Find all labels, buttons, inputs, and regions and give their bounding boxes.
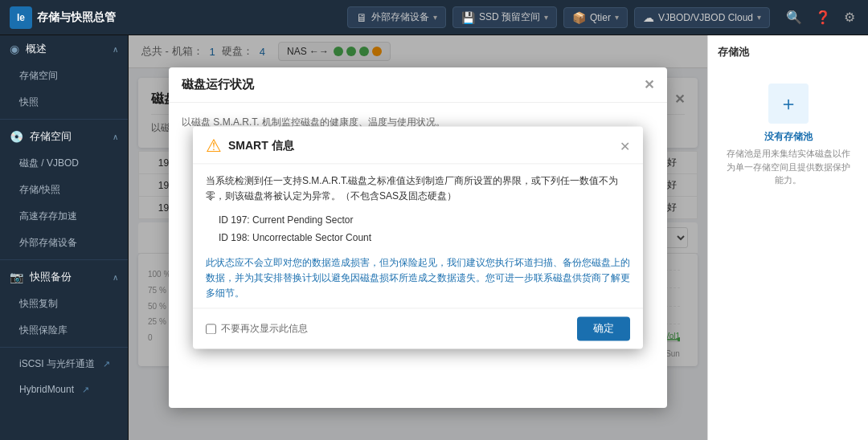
sidebar-item-snapshot[interactable]: 快照 <box>0 89 128 116</box>
chevron-icon-2: ∧ <box>113 132 118 141</box>
right-panel: 存储池 ＋ 没有存储池 存储池是用来集结实体磁盘以作为单一存储空间且提供数据保护… <box>707 35 868 440</box>
sidebar-label-storage-space: 存储空间 <box>19 69 58 83</box>
plus-icon: ＋ <box>779 91 798 116</box>
sidebar-label-high-speed: 高速存存加速 <box>19 210 77 223</box>
sidebar-item-storage-space[interactable]: 存储空间 <box>0 63 128 89</box>
sidebar-label-overview: 概述 <box>26 42 47 56</box>
id-item-198: ID 198: Uncorrectable Sector Count <box>219 230 630 247</box>
cloud-icon: ☁ <box>643 11 654 24</box>
external-link-icon-2: ↗ <box>82 385 89 395</box>
qtier-icon: 📦 <box>572 11 586 24</box>
sidebar-divider-2 <box>0 259 128 260</box>
nav-vjbod-cloud[interactable]: ☁ VJBOD/VJBOD Cloud ▾ <box>634 7 770 28</box>
sidebar-label-iscsi: iSCSI 与光纤通道 <box>19 357 95 371</box>
inner-modal-footer: 不要再次显示此信息 确定 <box>193 308 643 349</box>
chevron-down-icon: ▾ <box>757 13 761 22</box>
app-title: 存储与快照总管 <box>37 10 116 25</box>
chevron-down-icon: ▾ <box>433 13 437 22</box>
nav-ssd-label: SSD 预留空间 <box>479 10 540 24</box>
camera-icon: 📷 <box>10 271 23 283</box>
ssd-icon: 💾 <box>461 11 475 24</box>
smart-outer-title: 磁盘运行状况 <box>182 77 254 92</box>
sidebar-item-storage-snapshot[interactable]: 存储/快照 <box>0 177 128 203</box>
external-storage-icon: 🖥 <box>356 11 367 24</box>
sidebar-item-overview[interactable]: ◉ 概述 ∧ <box>0 35 128 63</box>
smart-outer-header: 磁盘运行状况 ✕ <box>169 67 667 103</box>
inner-modal-header: ⚠ SMART 信息 ✕ <box>193 126 643 164</box>
nav-external-storage-label: 外部存储设备 <box>371 10 429 24</box>
nav-qtier[interactable]: 📦 Qtier ▾ <box>563 7 628 28</box>
smart-inner-modal: ⚠ SMART 信息 ✕ 当系统检测到任一支持S.M.A.R.T.磁盘之标准值达… <box>193 126 643 348</box>
sidebar-label-snapshot-vault: 快照保险库 <box>19 324 68 337</box>
nav-external-storage[interactable]: 🖥 外部存储设备 ▾ <box>347 6 446 28</box>
sidebar-divider-1 <box>0 119 128 120</box>
pool-description: 存储池是用来集结实体磁盘以作为单一存储空间且提供数据保护能力。 <box>726 147 850 187</box>
no-pool-label: 没有存储池 <box>764 130 813 144</box>
storage-pool-title: 存储池 <box>718 45 858 59</box>
add-pool-icon[interactable]: ＋ <box>768 84 809 124</box>
sidebar: ◉ 概述 ∧ 存储空间 快照 💿 存储空间 ∧ 磁盘 / VJBOD 存储/快照… <box>0 35 129 440</box>
main-layout: ◉ 概述 ∧ 存储空间 快照 💿 存储空间 ∧ 磁盘 / VJBOD 存储/快照… <box>0 35 868 440</box>
sidebar-label-hybrid-mount: HybridMount <box>19 384 74 395</box>
sidebar-item-iscsi[interactable]: iSCSI 与光纤通道 ↗ <box>0 351 128 377</box>
sidebar-item-disk-vjbod[interactable]: 磁盘 / VJBOD <box>0 150 128 177</box>
confirm-button[interactable]: 确定 <box>577 317 630 341</box>
inner-modal-title-row: ⚠ SMART 信息 <box>206 136 294 157</box>
sidebar-label-storage-snapshot: 存储/快照 <box>19 183 60 197</box>
external-link-icon: ↗ <box>103 359 110 369</box>
disk-icon: 💿 <box>10 130 23 143</box>
sidebar-label-snapshot-copy: 快照复制 <box>19 297 58 311</box>
sidebar-label-storage: 存储空间 <box>30 129 72 144</box>
smart-info-title: SMART 信息 <box>228 139 294 153</box>
content-area: 总共 - 机箱： 1 硬盘： 4 NAS ←→ 磁盘运行状况 ✕ 以磁盘 S.M… <box>129 35 707 440</box>
sidebar-item-snapshot-copy[interactable]: 快照复制 <box>0 291 128 317</box>
logo-icon: Ie <box>10 6 32 29</box>
id-list: ID 197: Current Pending Sector ID 198: U… <box>219 213 630 247</box>
topbar-nav: 🖥 外部存储设备 ▾ 💾 SSD 预留空间 ▾ 📦 Qtier ▾ ☁ VJBO… <box>347 6 770 28</box>
chevron-down-icon: ▾ <box>615 13 619 22</box>
sidebar-item-external[interactable]: 外部存储设备 <box>0 230 128 256</box>
smart-outer-close[interactable]: ✕ <box>644 77 654 92</box>
sidebar-item-snapshot-vault[interactable]: 快照保险库 <box>0 317 128 344</box>
warning-icon: ⚠ <box>206 136 222 157</box>
inner-modal-close[interactable]: ✕ <box>620 139 630 154</box>
sidebar-item-storage-header[interactable]: 💿 存储空间 ∧ <box>0 123 128 150</box>
chevron-icon: ∧ <box>113 45 118 54</box>
no-show-label: 不要再次显示此信息 <box>221 322 308 336</box>
smart-advice-text: 此状态应不会立即对您的数据造成损害，但为保险起见，我们建议您执行坏道扫描、备份您… <box>206 255 630 302</box>
storage-pool-empty: ＋ 没有存储池 存储池是用来集结实体磁盘以作为单一存储空间且提供数据保护能力。 <box>718 67 858 203</box>
nav-ssd[interactable]: 💾 SSD 预留空间 ▾ <box>452 6 557 28</box>
app-logo: Ie 存储与快照总管 <box>10 6 341 29</box>
sidebar-label-backup: 快照备份 <box>30 270 72 284</box>
topbar: Ie 存储与快照总管 🖥 外部存储设备 ▾ 💾 SSD 预留空间 ▾ 📦 Qti… <box>0 0 868 35</box>
sidebar-divider-3 <box>0 347 128 348</box>
sidebar-label-external: 外部存储设备 <box>19 236 77 250</box>
topbar-icons: 🔍 ❓ ⚙ <box>783 6 858 28</box>
sidebar-item-high-speed[interactable]: 高速存存加速 <box>0 203 128 230</box>
settings-icon[interactable]: ⚙ <box>841 6 858 28</box>
search-icon[interactable]: 🔍 <box>783 6 805 28</box>
chevron-icon-3: ∧ <box>113 273 118 282</box>
sidebar-item-hybrid-mount[interactable]: HybridMount ↗ <box>0 377 128 401</box>
no-show-checkbox[interactable] <box>206 324 216 334</box>
nav-qtier-label: Qtier <box>590 12 611 23</box>
sidebar-label-disk-vjbod: 磁盘 / VJBOD <box>19 157 79 170</box>
nav-vjbod-label: VJBOD/VJBOD Cloud <box>658 12 753 23</box>
help-icon[interactable]: ❓ <box>812 6 834 28</box>
smart-main-text: 当系统检测到任一支持S.M.A.R.T.磁盘之标准值达到制造厂商所设置的界限，或… <box>206 173 630 204</box>
chevron-down-icon: ▾ <box>544 13 548 22</box>
sidebar-label-snapshot: 快照 <box>19 96 39 109</box>
no-show-again-row: 不要再次显示此信息 <box>206 322 308 336</box>
overview-icon: ◉ <box>10 43 19 55</box>
sidebar-item-backup-header[interactable]: 📷 快照备份 ∧ <box>0 263 128 291</box>
id-item-197: ID 197: Current Pending Sector <box>219 213 630 230</box>
inner-modal-body: 当系统检测到任一支持S.M.A.R.T.磁盘之标准值达到制造厂商所设置的界限，或… <box>193 164 643 308</box>
